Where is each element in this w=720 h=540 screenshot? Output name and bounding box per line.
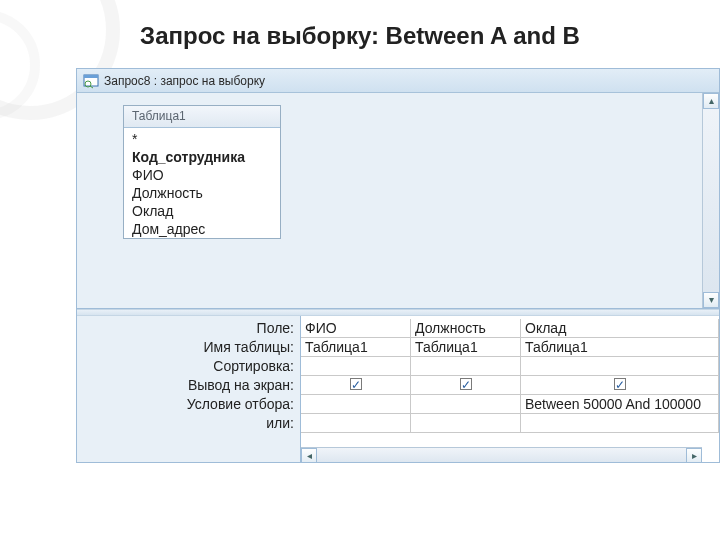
grid-cell-sort[interactable] xyxy=(521,357,719,376)
row-header-field: Поле: xyxy=(77,319,300,338)
row-header-criteria: Условие отбора: xyxy=(77,395,300,414)
design-grid: ФИО Должность Оклад Таблица1 Таблица1 Та… xyxy=(300,316,719,463)
table-diagram-pane[interactable]: Таблица1 * Код_сотрудника ФИО Должность … xyxy=(77,93,719,309)
grid-cell-table[interactable]: Таблица1 xyxy=(521,338,719,357)
field-list-table-name[interactable]: Таблица1 xyxy=(124,106,280,128)
grid-cell-field[interactable]: ФИО xyxy=(301,319,411,338)
grid-cell-criteria[interactable] xyxy=(411,395,521,414)
grid-cell-table[interactable]: Таблица1 xyxy=(301,338,411,357)
grid-cell-or[interactable] xyxy=(301,414,411,433)
scroll-down-arrow-icon[interactable]: ▾ xyxy=(703,292,719,308)
field-list-item[interactable]: Должность xyxy=(124,184,280,202)
grid-cell-table[interactable]: Таблица1 xyxy=(411,338,521,357)
grid-cell-show[interactable] xyxy=(411,376,521,395)
row-header-or: или: xyxy=(77,414,300,433)
checkbox-checked-icon[interactable] xyxy=(460,378,472,390)
horizontal-scrollbar[interactable]: ◂ ▸ xyxy=(301,447,702,463)
field-list-item[interactable]: Дом_адрес xyxy=(124,220,280,238)
grid-cell-sort[interactable] xyxy=(301,357,411,376)
grid-cell-show[interactable] xyxy=(521,376,719,395)
row-header-show: Вывод на экран: xyxy=(77,376,300,395)
slide-heading: Запрос на выборку: Between A and B xyxy=(0,0,720,60)
design-grid-row-headers: Поле: Имя таблицы: Сортировка: Вывод на … xyxy=(77,316,300,463)
field-list-item[interactable]: ФИО xyxy=(124,166,280,184)
field-list-panel[interactable]: Таблица1 * Код_сотрудника ФИО Должность … xyxy=(123,105,281,239)
grid-cell-or[interactable] xyxy=(521,414,719,433)
field-list-item-pk[interactable]: Код_сотрудника xyxy=(124,148,280,166)
checkbox-checked-icon[interactable] xyxy=(614,378,626,390)
svg-rect-1 xyxy=(84,75,98,78)
window-title-text: Запрос8 : запрос на выборку xyxy=(104,74,265,88)
field-list-item[interactable]: Оклад xyxy=(124,202,280,220)
grid-cell-sort[interactable] xyxy=(411,357,521,376)
grid-cell-field[interactable]: Должность xyxy=(411,319,521,338)
grid-cell-or[interactable] xyxy=(411,414,521,433)
grid-cell-criteria[interactable]: Between 50000 And 100000 xyxy=(521,395,719,414)
row-header-table: Имя таблицы: xyxy=(77,338,300,357)
field-list-body: * Код_сотрудника ФИО Должность Оклад Дом… xyxy=(124,128,280,238)
scroll-left-arrow-icon[interactable]: ◂ xyxy=(301,448,317,463)
window-titlebar[interactable]: Запрос8 : запрос на выборку xyxy=(77,69,719,93)
pane-splitter[interactable] xyxy=(77,309,719,316)
scroll-right-arrow-icon[interactable]: ▸ xyxy=(686,448,702,463)
scroll-up-arrow-icon[interactable]: ▴ xyxy=(703,93,719,109)
row-header-sort: Сортировка: xyxy=(77,357,300,376)
query-window-icon xyxy=(83,73,99,89)
checkbox-checked-icon[interactable] xyxy=(350,378,362,390)
query-designer-window: Запрос8 : запрос на выборку Таблица1 * К… xyxy=(76,68,720,463)
grid-cell-criteria[interactable] xyxy=(301,395,411,414)
query-design-grid-pane: Поле: Имя таблицы: Сортировка: Вывод на … xyxy=(77,316,719,463)
field-list-item-star[interactable]: * xyxy=(124,130,280,148)
grid-cell-show[interactable] xyxy=(301,376,411,395)
grid-cell-field[interactable]: Оклад xyxy=(521,319,719,338)
vertical-scrollbar[interactable]: ▴ ▾ xyxy=(702,93,719,308)
